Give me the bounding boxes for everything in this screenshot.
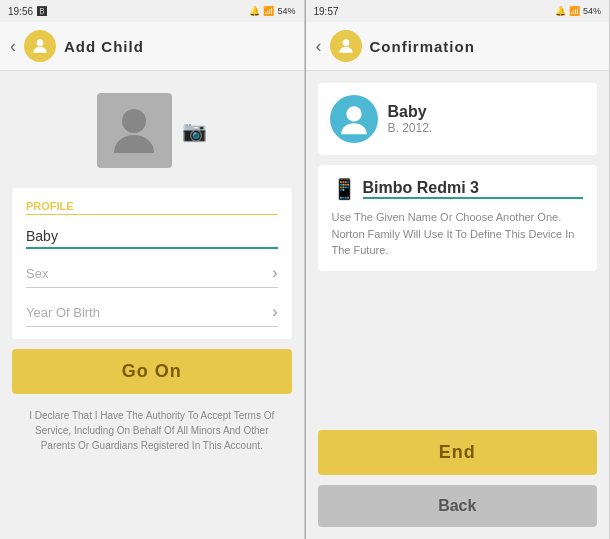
end-button[interactable]: End (318, 430, 598, 475)
add-child-content: 📷 PROFILE Sex › Year Of Birth › Go On I … (0, 71, 304, 539)
bell-icon: 🔔 (249, 6, 260, 16)
bell-icon-right: 🔔 (555, 6, 566, 16)
child-details: Baby B. 2012. (388, 103, 433, 135)
add-child-icon (24, 30, 56, 62)
phone-icon: 📱 (332, 177, 357, 201)
device-name-input[interactable] (363, 179, 584, 199)
status-bar-right: 19:57 🔔 📶 54% (306, 0, 610, 22)
device-card: 📱 Use The Given Name Or Choose Another O… (318, 165, 598, 271)
avatar-area: 📷 (12, 83, 292, 178)
confirmation-icon (330, 30, 362, 62)
battery-left: 54% (277, 6, 295, 16)
top-bar-left: ‹ Add Child (0, 22, 304, 71)
svg-point-0 (37, 39, 44, 46)
year-arrow-icon: › (272, 303, 277, 321)
sex-select[interactable]: Sex › (26, 259, 278, 288)
back-button-bottom[interactable]: Back (318, 485, 598, 527)
disclaimer-text: I Declare That I Have The Authority To A… (12, 404, 292, 457)
profile-form-card: PROFILE Sex › Year Of Birth › (12, 188, 292, 339)
status-right: 🔔 📶 54% (249, 6, 295, 16)
signal-icon-right: 📶 (569, 6, 580, 16)
child-name-display: Baby (388, 103, 433, 121)
year-select[interactable]: Year Of Birth › (26, 298, 278, 327)
child-avatar (330, 95, 378, 143)
status-bar-left: 19:56 🅱 🔔 📶 54% (0, 0, 304, 22)
status-left-right: 19:57 (314, 6, 339, 17)
device-description: Use The Given Name Or Choose Another One… (332, 209, 584, 259)
svg-point-3 (346, 106, 361, 121)
time-left: 19:56 (8, 6, 33, 17)
svg-point-2 (342, 39, 349, 46)
sex-label: Sex (26, 266, 48, 281)
status-icon-bluetooth: 🅱 (37, 6, 47, 17)
year-label: Year Of Birth (26, 305, 100, 320)
page-title-right: Confirmation (370, 38, 475, 55)
camera-icon[interactable]: 📷 (182, 119, 207, 143)
back-button-left[interactable]: ‹ (10, 36, 16, 57)
child-info-card: Baby B. 2012. (318, 83, 598, 155)
time-right: 19:57 (314, 6, 339, 17)
back-button-right[interactable]: ‹ (316, 36, 322, 57)
profile-label: PROFILE (26, 200, 278, 215)
sex-arrow-icon: › (272, 264, 277, 282)
child-name-input[interactable] (26, 225, 278, 249)
confirmation-panel: 19:57 🔔 📶 54% ‹ Confirmation (306, 0, 611, 539)
add-child-panel: 19:56 🅱 🔔 📶 54% ‹ Add Child (0, 0, 305, 539)
page-title-left: Add Child (64, 38, 144, 55)
signal-icon: 📶 (263, 6, 274, 16)
top-bar-right: ‹ Confirmation (306, 22, 610, 71)
confirmation-content: Baby B. 2012. 📱 Use The Given Name Or Ch… (306, 71, 610, 539)
go-on-button[interactable]: Go On (12, 349, 292, 394)
status-left: 19:56 🅱 (8, 6, 47, 17)
battery-right: 54% (583, 6, 601, 16)
status-icons-right: 🔔 📶 54% (555, 6, 601, 16)
svg-point-1 (122, 109, 146, 133)
avatar-placeholder (97, 93, 172, 168)
device-name-row: 📱 (332, 177, 584, 201)
child-year-display: B. 2012. (388, 121, 433, 135)
